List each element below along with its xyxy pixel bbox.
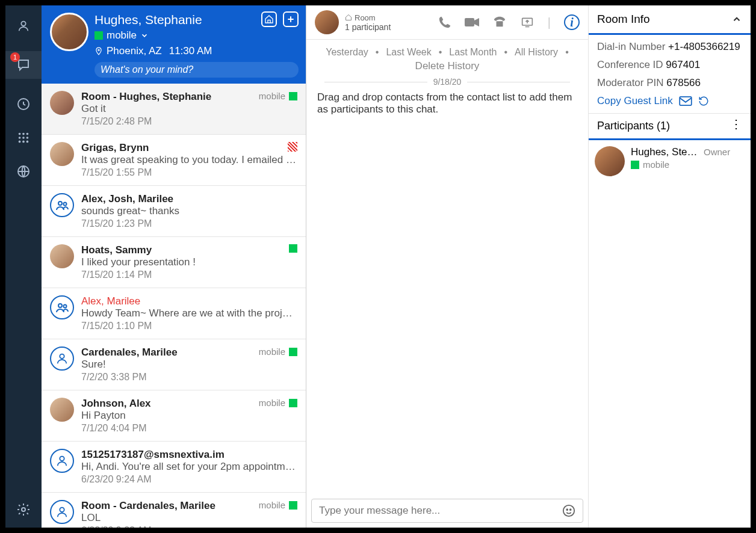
web-nav[interactable] <box>15 163 32 180</box>
svg-point-2 <box>19 133 21 135</box>
status-message-input[interactable]: What's on your mind? <box>94 62 299 78</box>
more-icon[interactable]: ⋮ <box>730 120 742 132</box>
dnd-indicator-icon <box>288 142 297 152</box>
chat-header: Room 1 participant | i <box>306 5 588 40</box>
history-yesterday[interactable]: Yesterday <box>326 47 368 58</box>
conversation-avatar <box>50 193 74 217</box>
contact-avatar[interactable] <box>50 13 88 51</box>
contacts-nav[interactable] <box>15 17 32 34</box>
svg-point-16 <box>58 304 62 307</box>
conversation-time: 7/15/20 1:55 PM <box>81 167 297 178</box>
conversation-meta: mobile <box>259 347 297 357</box>
calls-nav[interactable] <box>15 96 32 112</box>
conversation-preview: sounds great~ thanks <box>81 205 297 217</box>
conversation-time: 7/15/20 2:48 PM <box>81 116 297 127</box>
presence-indicator-icon <box>94 31 103 40</box>
conversation-preview: Got it <box>81 103 297 115</box>
mail-icon[interactable] <box>679 96 692 106</box>
share-button[interactable] <box>520 16 534 28</box>
conversation-title: Alex, Josh, Marilee <box>81 193 297 205</box>
participants-header[interactable]: Participants (1) ⋮ <box>589 113 751 140</box>
chat-subtitle: 1 participant <box>345 22 391 32</box>
date-divider: 9/18/20 <box>306 77 588 87</box>
svg-point-6 <box>22 137 25 139</box>
conversation-item[interactable]: Alex, Josh, Marileesounds great~ thanks7… <box>42 186 306 237</box>
mobile-label: mobile <box>259 91 285 101</box>
emoji-button[interactable] <box>562 504 575 517</box>
mobile-label: mobile <box>259 500 285 510</box>
conversation-item[interactable]: Grigas, BrynnIt was great speaking to yo… <box>42 135 306 186</box>
conversation-meta: mobile <box>259 91 297 101</box>
history-last-week[interactable]: Last Week <box>386 47 431 58</box>
conversation-meta <box>289 244 297 253</box>
conversation-meta: mobile <box>259 500 297 510</box>
room-info-header[interactable]: Room Info <box>589 5 751 35</box>
conversation-avatar <box>50 142 74 166</box>
person-icon <box>17 19 30 32</box>
dialpad-nav[interactable] <box>15 129 32 146</box>
location-row: Phoenix, AZ 11:30 AM <box>94 45 299 57</box>
conversation-item[interactable]: Alex, MarileeHowdy Team~ Where are we at… <box>42 288 306 339</box>
chat-avatar[interactable] <box>315 10 339 34</box>
conversation-avatar <box>50 398 74 422</box>
conversation-list[interactable]: Room - Hughes, StephanieGot it7/15/20 2:… <box>42 84 306 528</box>
svg-point-4 <box>26 133 29 135</box>
contact-header: Hughes, Stephanie mobile Phoenix, AZ 11:… <box>42 5 306 84</box>
conversation-title: 15125173187@smsnextiva.im <box>81 449 297 461</box>
message-input[interactable] <box>319 505 562 517</box>
room-info-panel: Room Info Dial-in Number +1-4805366219 C… <box>588 5 751 528</box>
conversation-preview: Hi Payton <box>81 410 297 422</box>
conversation-avatar <box>50 347 74 371</box>
conversation-item[interactable]: Room - Cardenales, MarileeLOL6/22/20 9:2… <box>42 493 306 528</box>
moderator-pin-row: Moderator PIN 678566 <box>589 77 751 95</box>
info-button[interactable]: i <box>564 14 580 30</box>
svg-point-17 <box>64 305 67 308</box>
conversation-time: 7/1/20 4:04 PM <box>81 423 297 434</box>
conversation-item[interactable]: 15125173187@smsnextiva.imHi, Andi. You'r… <box>42 442 306 493</box>
call-button[interactable] <box>438 16 451 29</box>
history-last-month[interactable]: Last Month <box>449 47 497 58</box>
refresh-icon[interactable] <box>698 96 709 106</box>
conversation-meta: mobile <box>259 398 297 408</box>
chat-nav[interactable]: 1 <box>5 51 42 79</box>
plus-icon <box>286 14 296 24</box>
conversation-time: 6/22/20 9:23 AM <box>81 525 297 528</box>
conversation-avatar <box>50 91 74 115</box>
room-button[interactable] <box>261 11 277 27</box>
chevron-down-icon <box>140 31 149 40</box>
presence-row[interactable]: mobile <box>94 29 299 42</box>
conversation-time: 7/2/20 3:38 PM <box>81 372 297 383</box>
conversation-item[interactable]: Cardenales, MarileeSure!7/2/20 3:38 PMmo… <box>42 339 306 390</box>
participant-presence: mobile <box>643 159 669 170</box>
conversation-title: Hoats, Sammy <box>81 244 297 256</box>
conversation-item[interactable]: Room - Hughes, StephanieGot it7/15/20 2:… <box>42 84 306 135</box>
conversation-preview: Howdy Team~ Where are we at with the pro… <box>81 307 297 319</box>
phone-icon <box>438 16 451 29</box>
house-icon <box>264 14 274 24</box>
settings-nav[interactable] <box>15 501 32 518</box>
conversation-preview: LOL <box>81 512 297 524</box>
delete-history-link[interactable]: Delete History <box>306 60 588 77</box>
chat-room-badge: Room <box>345 13 391 22</box>
presence-indicator-icon <box>289 348 297 356</box>
chat-body-text: Drag and drop contacts from the contact … <box>306 87 588 499</box>
presence-label: mobile <box>107 29 137 42</box>
svg-point-20 <box>60 508 64 512</box>
video-button[interactable] <box>465 17 479 28</box>
history-all[interactable]: All History <box>515 47 558 58</box>
presence-indicator-icon <box>289 501 297 510</box>
svg-rect-22 <box>496 21 503 26</box>
copy-guest-link[interactable]: Copy Guest Link <box>597 95 673 107</box>
add-button[interactable] <box>283 11 299 27</box>
conversation-item[interactable]: Hoats, SammyI liked your presentation !7… <box>42 237 306 288</box>
participant-row[interactable]: Hughes, Steph… Owner mobile <box>589 140 751 182</box>
svg-point-8 <box>19 141 21 143</box>
conversation-time: 6/23/20 9:24 AM <box>81 474 297 485</box>
header-actions <box>261 11 299 27</box>
mobile-label: mobile <box>259 347 285 357</box>
history-filter: Yesterday• Last Week• Last Month• All Hi… <box>306 40 588 60</box>
conversation-avatar <box>50 500 74 524</box>
svg-point-0 <box>21 22 25 26</box>
conversation-item[interactable]: Johnson, AlexHi Payton7/1/20 4:04 PMmobi… <box>42 390 306 442</box>
deskphone-button[interactable] <box>492 16 507 29</box>
